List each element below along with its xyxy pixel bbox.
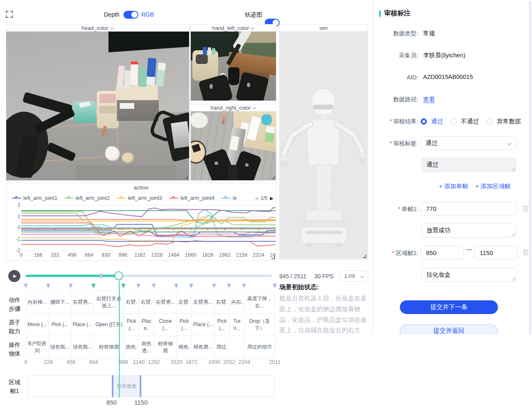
action-chart-title: action (133, 184, 148, 191)
step-marker-icon[interactable] (212, 284, 216, 288)
tag-comment-textarea[interactable]: 通过 (421, 158, 516, 172)
legend-item[interactable]: left_arm_joint2 (64, 195, 110, 201)
series-right_arm_joint2 (21, 232, 276, 236)
hand-right-camera-panel: hand_right_color (190, 104, 276, 181)
region-frame-comment[interactable]: 拉化妆盒 (421, 268, 516, 282)
step-marker-icon[interactable] (24, 284, 28, 288)
step-marker-icon[interactable] (136, 284, 140, 288)
objects-cell: 肉色透... (139, 336, 154, 358)
step-marker-icon[interactable] (174, 284, 178, 288)
radio-abnormal-label[interactable]: 异常数据 (497, 118, 521, 125)
radio-fail-label[interactable]: 不通过 (461, 118, 479, 125)
head-camera-selector[interactable]: head_color (6, 25, 189, 32)
step-marker-icon[interactable] (242, 284, 246, 288)
step-marker-icon[interactable] (121, 284, 126, 288)
sim-viewport[interactable] (280, 32, 367, 259)
region-frame-track[interactable]: 拉化妆盒 (28, 375, 274, 397)
single-frame-comment[interactable]: 放置成功 (421, 223, 516, 238)
radio-fail[interactable] (451, 118, 457, 125)
playback-speed-select[interactable]: 1.0X (340, 270, 368, 282)
legend-item[interactable]: le (222, 195, 237, 201)
x-tick-label: 1162 (134, 252, 145, 258)
result-radio-group: 通过 不通过 异常数据 (421, 118, 525, 125)
speed-value: 1.0X (344, 273, 355, 279)
y-tick-label: 2 (10, 202, 20, 208)
x-tick-label: 2324 (253, 252, 264, 258)
legend-series-icon (12, 198, 21, 199)
step-marker-icon[interactable] (189, 284, 193, 288)
x-tick-label: 664 (85, 252, 94, 258)
objects-cell: B户型房间 (26, 336, 49, 358)
step-marker-icon[interactable] (46, 284, 50, 288)
add-single-frame-button[interactable]: + 添加单帧 (439, 182, 468, 190)
play-button[interactable]: ▶ (8, 270, 20, 282)
review-tag-select[interactable]: 通过 (421, 136, 516, 150)
timeline-slider[interactable] (26, 275, 272, 277)
step-marker-icon[interactable] (91, 284, 96, 288)
step-marker-icon[interactable] (227, 284, 231, 288)
textarea-resize-grip[interactable] (512, 167, 515, 171)
legend-prev-icon[interactable]: ◀ (254, 196, 258, 201)
action-chart-title-bar: action (6, 183, 276, 192)
x-tick-label: 2158 (236, 252, 247, 258)
slider-handle[interactable] (114, 271, 123, 280)
aid-label: AID: (377, 74, 418, 81)
step-column: 腰部下...Pick (...绿色瓶... (49, 291, 71, 358)
steps-cell: 右臂将... (154, 291, 177, 314)
legend-next-icon[interactable]: ▶ (270, 196, 273, 201)
delete-region-frame-icon[interactable] (522, 249, 529, 256)
region-right-handle[interactable] (138, 382, 138, 390)
chevron-down-icon (361, 274, 364, 277)
frame-axis-label: 2204 (238, 359, 250, 365)
region-end-input[interactable]: 1150 (474, 246, 517, 260)
legend-item[interactable]: left_arm_joint1 (12, 195, 57, 201)
radio-pass[interactable] (421, 118, 427, 125)
resize-handle-icon[interactable] (185, 176, 188, 179)
playhead-line[interactable] (119, 281, 120, 398)
radio-pass-label[interactable]: 通过 (431, 118, 443, 125)
delete-single-frame-icon[interactable] (522, 205, 529, 212)
steps-cell: 右臂. (214, 291, 229, 314)
legend-item[interactable]: left_arm_joint3 (117, 195, 162, 201)
step-marker-icon[interactable] (152, 284, 156, 288)
submit-next-button[interactable]: 提交并下一条 (400, 300, 498, 314)
hand-left-camera-selector[interactable]: hand_left_color (191, 25, 276, 32)
radio-abnormal[interactable] (487, 118, 493, 125)
legend-series-label: le (233, 195, 237, 201)
fullscreen-icon[interactable] (6, 11, 13, 18)
submit-return-button[interactable]: 提交并返回 (400, 324, 498, 335)
tag-label: *审核标签: (377, 140, 418, 147)
resize-handle-icon[interactable] (271, 176, 275, 179)
region-start-input[interactable]: 850 (421, 246, 463, 260)
hand-right-camera-selector[interactable]: hand_right_color (191, 104, 276, 111)
series-left_arm_joint5 (21, 209, 276, 237)
single-frame-marker-dot[interactable] (100, 274, 103, 277)
step-column: 左臂将...Place (...桃色唇... (192, 291, 214, 358)
play-icon: ▶ (13, 273, 17, 279)
action-chart-plot[interactable] (21, 204, 276, 252)
legend-series-label: left_arm_joint2 (76, 195, 110, 201)
resize-handle-icon[interactable] (271, 256, 275, 259)
objects-cell: 用过. (214, 336, 229, 358)
scene-title: 场景初始状态: (279, 283, 372, 291)
head-camera-panel: head_color (6, 24, 190, 181)
y-tick-label: -2 (10, 248, 20, 253)
frame-axis-label: 2511 (269, 359, 281, 365)
legend-item[interactable]: left_arm_joint4 (169, 195, 214, 201)
scene-text: 梳妆台在机器人前，化妆盒在桌面上，化妆盒的侧边摆放着物品，化妆品，护肤品盒垃圾在… (279, 293, 372, 336)
single-frame-input[interactable]: 770 (421, 202, 516, 216)
step-marker-icon[interactable] (273, 284, 277, 288)
chevron-down-icon (508, 141, 511, 144)
data-path-link[interactable]: 查看 (423, 96, 435, 103)
step-marker-icon[interactable] (69, 284, 73, 288)
resize-handle-icon[interactable] (363, 255, 366, 258)
hand-left-camera-image (191, 32, 276, 101)
right-panel-scrollbar[interactable] (529, 1, 532, 334)
depth-rgb-toggle[interactable] (123, 11, 138, 19)
add-region-frame-button[interactable]: + 添加区域帧 (475, 182, 511, 190)
textarea-resize-grip[interactable] (512, 233, 515, 236)
region-frame-block[interactable]: 拉化妆盒 (112, 375, 141, 397)
sim-robot-model (280, 32, 367, 258)
textarea-resize-grip[interactable] (512, 277, 515, 281)
region-left-handle[interactable] (115, 382, 116, 390)
